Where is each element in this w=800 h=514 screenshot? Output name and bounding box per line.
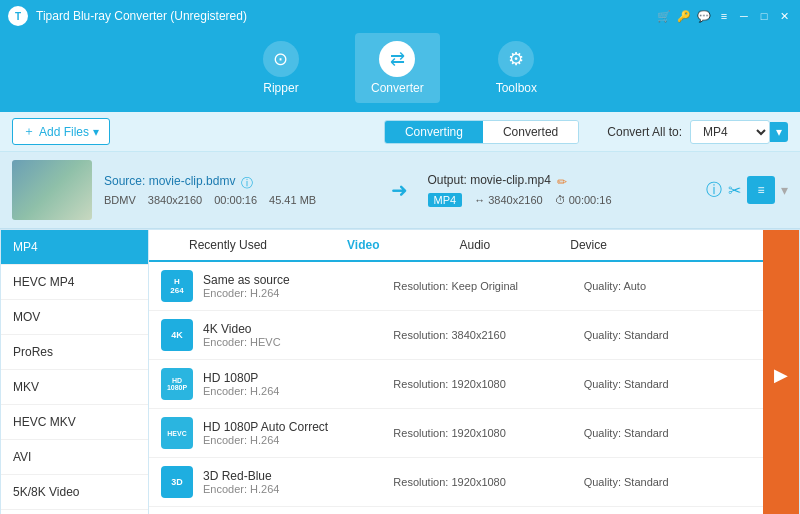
tab-recently-used[interactable]: Recently Used <box>149 230 307 262</box>
format-resolution-4k: Resolution: 3840x2160 <box>393 329 573 341</box>
format-encoder-same: Encoder: H.264 <box>203 287 383 299</box>
output-duration: ⏱ 00:00:16 <box>555 194 612 206</box>
add-files-button[interactable]: ＋ Add Files ▾ <box>12 118 110 145</box>
category-mkv[interactable]: MKV <box>1 370 148 405</box>
format-dropdown-arrow[interactable]: ▾ <box>770 122 788 142</box>
convert-now-button[interactable]: ▶ <box>763 230 799 514</box>
input-duration: 00:00:16 <box>214 194 257 206</box>
file-actions: ⓘ ✂ ≡ ▾ <box>706 176 788 204</box>
format-name-1080p-auto: HD 1080P Auto Correct <box>203 420 383 434</box>
input-size: 45.41 MB <box>269 194 316 206</box>
source-info-icon[interactable]: ⓘ <box>241 175 253 192</box>
format-quality-1080p-auto: Quality: Standard <box>584 427 764 439</box>
format-desc-1080p: HD 1080P Encoder: H.264 <box>203 371 383 397</box>
format-quality-3d-rb: Quality: Standard <box>584 476 764 488</box>
chat-icon[interactable]: 💬 <box>696 8 712 24</box>
format-resolution-same: Resolution: Keep Original <box>393 280 573 292</box>
file-info: Source: movie-clip.bdmv ⓘ BDMV 3840x2160… <box>104 174 371 206</box>
input-resolution: 3840x2160 <box>148 194 202 206</box>
tab-video[interactable]: Video <box>307 230 419 262</box>
format-name-1080p: HD 1080P <box>203 371 383 385</box>
format-row-3d-rb[interactable]: 3D 3D Red-Blue Encoder: H.264 Resolution… <box>149 458 799 507</box>
file-item: Source: movie-clip.bdmv ⓘ BDMV 3840x2160… <box>0 152 800 229</box>
convert-all-format-select[interactable]: MP4 <box>690 120 770 144</box>
output-resolution: ↔ 3840x2160 <box>474 194 543 206</box>
output-meta-row: MP4 ↔ 3840x2160 ⏱ 00:00:16 <box>428 193 695 207</box>
file-source-label: Source: movie-clip.bdmv <box>104 174 235 188</box>
file-output-label: Output: movie-clip.mp4 <box>428 173 551 187</box>
scissors-icon[interactable]: ✂ <box>728 181 741 200</box>
category-prores[interactable]: ProRes <box>1 335 148 370</box>
output-edit-icon[interactable]: ✏ <box>557 175 567 189</box>
toolbox-icon: ⚙ <box>498 41 534 77</box>
category-hevc-mp4[interactable]: HEVC MP4 <box>1 265 148 300</box>
convert-all-label: Convert All to: <box>607 125 682 139</box>
file-thumbnail <box>12 160 92 220</box>
add-files-label: Add Files <box>39 125 89 139</box>
key-icon[interactable]: 🔑 <box>676 8 692 24</box>
converted-tab[interactable]: Converted <box>483 121 578 143</box>
arrow-icon: ➜ <box>383 178 416 202</box>
input-format-badge: BDMV <box>104 194 136 206</box>
converter-label: Converter <box>371 81 424 95</box>
file-output-row: Output: movie-clip.mp4 ✏ <box>428 173 695 191</box>
category-avi[interactable]: AVI <box>1 440 148 475</box>
format-icon-same: H264 <box>161 270 193 302</box>
app-title: Tipard Blu-ray Converter (Unregistered) <box>36 9 656 23</box>
maximize-icon[interactable]: □ <box>756 8 772 24</box>
format-quality-same: Quality: Auto <box>584 280 764 292</box>
format-row-same-as-source[interactable]: H264 Same as source Encoder: H.264 Resol… <box>149 262 799 311</box>
format-categories: MP4 HEVC MP4 MOV ProRes MKV HEVC MKV AVI… <box>1 230 149 514</box>
shop-icon[interactable]: 🛒 <box>656 8 672 24</box>
window-controls: 🛒 🔑 💬 ≡ ─ □ ✕ <box>656 8 792 24</box>
minimize-icon[interactable]: ─ <box>736 8 752 24</box>
ripper-icon: ⊙ <box>263 41 299 77</box>
format-panel: MP4 HEVC MP4 MOV ProRes MKV HEVC MKV AVI… <box>0 229 800 514</box>
category-hevc-mkv[interactable]: HEVC MKV <box>1 405 148 440</box>
close-icon[interactable]: ✕ <box>776 8 792 24</box>
format-name-3d-rb: 3D Red-Blue <box>203 469 383 483</box>
nav-converter[interactable]: ⇄ Converter <box>355 33 440 103</box>
tab-device[interactable]: Device <box>530 230 647 262</box>
nav-toolbox[interactable]: ⚙ Toolbox <box>480 33 553 103</box>
file-meta-row: BDMV 3840x2160 00:00:16 45.41 MB <box>104 194 371 206</box>
plus-icon: ＋ <box>23 123 35 140</box>
converter-icon: ⇄ <box>379 41 415 77</box>
format-encoder-1080p: Encoder: H.264 <box>203 385 383 397</box>
format-desc-same: Same as source Encoder: H.264 <box>203 273 383 299</box>
menu-icon[interactable]: ≡ <box>716 8 732 24</box>
format-resolution-1080p: Resolution: 1920x1080 <box>393 378 573 390</box>
format-list: H264 Same as source Encoder: H.264 Resol… <box>149 262 799 514</box>
format-row-4k[interactable]: 4K 4K Video Encoder: HEVC Resolution: 38… <box>149 311 799 360</box>
format-desc-3d-rb: 3D Red-Blue Encoder: H.264 <box>203 469 383 495</box>
file-chevron-icon[interactable]: ▾ <box>781 182 788 198</box>
format-resolution-1080p-auto: Resolution: 1920x1080 <box>393 427 573 439</box>
format-icon-4k: 4K <box>161 319 193 351</box>
format-resolution-3d-rb: Resolution: 1920x1080 <box>393 476 573 488</box>
tab-audio[interactable]: Audio <box>420 230 531 262</box>
format-encoder-4k: Encoder: HEVC <box>203 336 383 348</box>
format-row-1080p[interactable]: HD1080P HD 1080P Encoder: H.264 Resoluti… <box>149 360 799 409</box>
format-icon-1080p-auto: HEVC <box>161 417 193 449</box>
format-row-1080p-auto[interactable]: HEVC HD 1080P Auto Correct Encoder: H.26… <box>149 409 799 458</box>
format-desc-1080p-auto: HD 1080P Auto Correct Encoder: H.264 <box>203 420 383 446</box>
format-icon-1080p: HD1080P <box>161 368 193 400</box>
category-mp4[interactable]: MP4 <box>1 230 148 265</box>
nav-ripper[interactable]: ⊙ Ripper <box>247 33 315 103</box>
info-icon[interactable]: ⓘ <box>706 180 722 201</box>
format-desc-4k: 4K Video Encoder: HEVC <box>203 322 383 348</box>
format-row-3d-lr[interactable]: 3D 3D Left-Right Encoder: H.264 Resoluti… <box>149 507 799 514</box>
converting-tab[interactable]: Converting <box>385 121 483 143</box>
format-encoder-1080p-auto: Encoder: H.264 <box>203 434 383 446</box>
format-icon-3d-rb: 3D <box>161 466 193 498</box>
file-source-row: Source: movie-clip.bdmv ⓘ <box>104 174 371 192</box>
thumbnail-image <box>12 160 92 220</box>
format-quality-4k: Quality: Standard <box>584 329 764 341</box>
format-name-same: Same as source <box>203 273 383 287</box>
title-bar: T Tipard Blu-ray Converter (Unregistered… <box>0 0 800 32</box>
converting-tabs: Converting Converted <box>384 120 579 144</box>
category-mov[interactable]: MOV <box>1 300 148 335</box>
app-logo: T <box>8 6 28 26</box>
category-5k8k[interactable]: 5K/8K Video <box>1 475 148 510</box>
file-action-button[interactable]: ≡ <box>747 176 775 204</box>
